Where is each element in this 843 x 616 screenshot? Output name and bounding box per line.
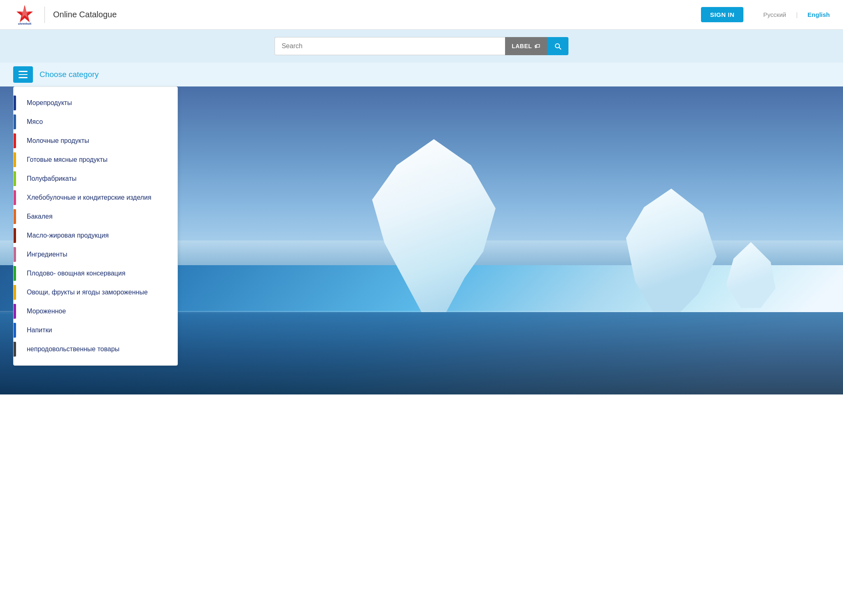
category-color-bar-non-food <box>14 342 16 357</box>
category-color-bar-oil-fat <box>14 228 16 243</box>
category-color-bar-fruit-veg-preserved <box>14 266 16 281</box>
category-bar-title: Choose category <box>40 70 99 79</box>
label-button[interactable]: LABEL 🏷 <box>505 37 547 55</box>
category-label-non-food: непродовольственные товары <box>27 345 119 353</box>
category-item-non-food[interactable]: непродовольственные товары <box>14 340 177 359</box>
category-label-ice-cream: Мороженное <box>27 308 66 315</box>
header-left: uhrenholt Online Catalogue <box>13 4 117 26</box>
category-color-bar-semifinished <box>14 171 16 186</box>
category-item-ready-meat[interactable]: Готовые мясные продукты <box>14 150 177 169</box>
label-btn-text: LABEL <box>512 43 532 49</box>
category-item-fruit-veg-preserved[interactable]: Плодово- овощная консервация <box>14 264 177 283</box>
header-title: Online Catalogue <box>53 10 117 19</box>
category-label-drinks: Напитки <box>27 327 52 334</box>
category-color-bar-ice-cream <box>14 304 16 319</box>
tag-icon: 🏷 <box>534 43 540 49</box>
category-label-semifinished: Полуфабрикаты <box>27 175 77 182</box>
category-label-ingredients: Ингредиенты <box>27 251 67 258</box>
category-item-grocery[interactable]: Бакалея <box>14 207 177 226</box>
sign-in-button[interactable]: SIGN IN <box>701 7 743 22</box>
hamburger-line-2 <box>19 74 28 75</box>
category-label-oil-fat: Масло-жировая продукция <box>27 232 109 239</box>
header-right: SIGN IN Русский | English <box>701 7 830 22</box>
category-item-oil-fat[interactable]: Масло-жировая продукция <box>14 226 177 245</box>
lang-ru-link[interactable]: Русский <box>763 11 786 18</box>
category-color-bar-drinks <box>14 323 16 338</box>
category-bar: Choose category <box>0 63 843 86</box>
category-label-meat: Мясо <box>27 118 43 126</box>
search-input[interactable] <box>282 42 498 50</box>
category-color-bar-meat <box>14 114 16 129</box>
category-label-grocery: Бакалея <box>27 213 53 220</box>
category-color-bar-dairy <box>14 133 16 148</box>
category-item-drinks[interactable]: Напитки <box>14 321 177 340</box>
category-color-bar-grocery <box>14 209 16 224</box>
category-label-bakery: Хлебобулочные и кондитерские изделия <box>27 194 151 201</box>
category-label-frozen-veg: Овощи, фрукты и ягоды замороженные <box>27 289 148 296</box>
category-color-bar-bakery <box>14 190 16 205</box>
category-item-dairy[interactable]: Молочные продукты <box>14 131 177 150</box>
category-item-meat[interactable]: Мясо <box>14 112 177 131</box>
category-color-bar-ingredients <box>14 247 16 262</box>
hamburger-line-1 <box>19 71 28 72</box>
category-item-semifinished[interactable]: Полуфабрикаты <box>14 169 177 188</box>
search-input-wrapper <box>275 37 505 55</box>
hamburger-line-3 <box>19 77 28 78</box>
uhrenholt-logo: uhrenholt <box>13 4 36 26</box>
category-item-bakery[interactable]: Хлебобулочные и кондитерские изделия <box>14 188 177 207</box>
main-content: МорепродуктыМясоМолочные продуктыГотовые… <box>0 86 843 394</box>
category-item-seafood[interactable]: Морепродукты <box>14 93 177 112</box>
category-label-seafood: Морепродукты <box>27 99 72 107</box>
logo-container: uhrenholt Online Catalogue <box>13 4 117 26</box>
hamburger-button[interactable] <box>13 66 33 83</box>
search-button[interactable] <box>547 37 568 55</box>
category-color-bar-ready-meat <box>14 152 16 167</box>
category-item-ingredients[interactable]: Ингредиенты <box>14 245 177 264</box>
category-label-dairy: Молочные продукты <box>27 137 89 145</box>
logo-divider <box>44 7 45 23</box>
category-dropdown: МорепродуктыМясоМолочные продуктыГотовые… <box>13 86 178 366</box>
category-label-ready-meat: Готовые мясные продукты <box>27 156 107 163</box>
category-label-fruit-veg-preserved: Плодово- овощная консервация <box>27 270 126 277</box>
category-item-frozen-veg[interactable]: Овощи, фрукты и ягоды замороженные <box>14 283 177 302</box>
header: uhrenholt Online Catalogue SIGN IN Русск… <box>0 0 843 30</box>
category-item-ice-cream[interactable]: Мороженное <box>14 302 177 321</box>
lang-en-link[interactable]: English <box>808 11 830 18</box>
lang-separator: | <box>796 11 798 18</box>
svg-text:uhrenholt: uhrenholt <box>18 22 32 25</box>
category-color-bar-seafood <box>14 96 16 110</box>
search-icon <box>554 42 562 50</box>
category-color-bar-frozen-veg <box>14 285 16 300</box>
search-bar: LABEL 🏷 <box>0 30 843 63</box>
